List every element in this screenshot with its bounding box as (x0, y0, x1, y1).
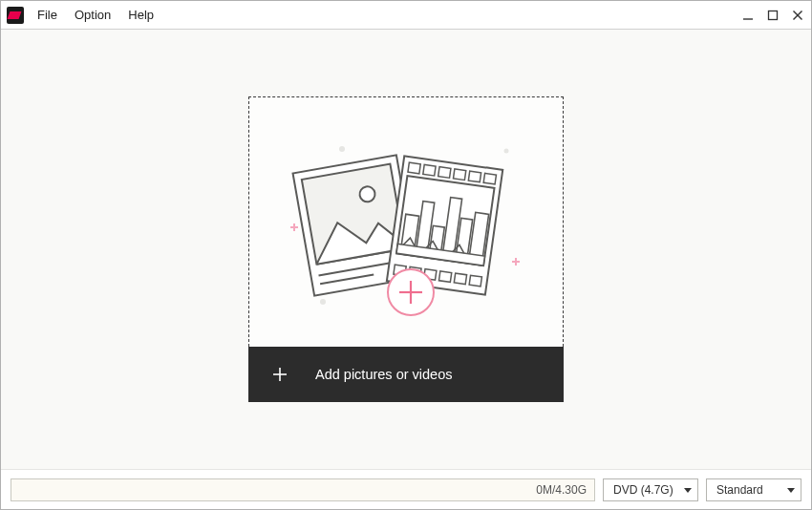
svg-rect-19 (423, 164, 436, 176)
svg-rect-1 (769, 11, 778, 19)
svg-point-10 (504, 148, 509, 153)
quality-select[interactable]: Standard (706, 478, 801, 501)
maximize-icon (767, 10, 779, 21)
minimize-icon (742, 10, 754, 21)
menu-bar: File Option Help (37, 8, 154, 22)
capacity-indicator: 0M/4.30G (11, 478, 595, 501)
window-controls (740, 8, 805, 23)
svg-rect-36 (454, 273, 466, 285)
menu-help[interactable]: Help (128, 8, 154, 22)
svg-point-11 (320, 299, 326, 305)
disc-type-value: DVD (4.7G) (613, 483, 673, 497)
svg-rect-22 (468, 171, 481, 182)
svg-rect-21 (453, 168, 465, 180)
plus-icon (271, 366, 288, 383)
menu-file[interactable]: File (37, 8, 57, 22)
dropzone[interactable]: Add pictures or videos (248, 96, 564, 402)
menu-option[interactable]: Option (75, 8, 111, 22)
media-placeholder-icon (267, 122, 545, 323)
maximize-button[interactable] (765, 8, 780, 23)
add-media-label: Add pictures or videos (315, 367, 452, 382)
disc-type-select[interactable]: DVD (4.7G) (603, 478, 698, 501)
app-icon (7, 7, 24, 24)
svg-rect-20 (438, 166, 451, 178)
titlebar: File Option Help (1, 1, 811, 30)
app-window: File Option Help (0, 0, 812, 510)
close-button[interactable] (790, 8, 805, 23)
svg-rect-35 (438, 270, 451, 282)
svg-rect-23 (483, 173, 496, 184)
add-media-button[interactable]: Add pictures or videos (248, 347, 564, 402)
svg-rect-18 (408, 162, 420, 174)
capacity-text: 0M/4.30G (536, 483, 587, 497)
quality-value: Standard (716, 483, 763, 497)
minimize-button[interactable] (740, 8, 756, 23)
svg-point-8 (339, 146, 345, 152)
svg-marker-43 (684, 488, 692, 493)
svg-rect-37 (469, 275, 481, 287)
close-icon (792, 10, 803, 21)
dropzone-illustration (248, 96, 564, 347)
main-area: Add pictures or videos (1, 30, 811, 469)
svg-marker-44 (787, 488, 795, 493)
chevron-down-icon (684, 483, 692, 497)
bottom-bar: 0M/4.30G DVD (4.7G) Standard (1, 469, 811, 509)
chevron-down-icon (787, 483, 795, 497)
